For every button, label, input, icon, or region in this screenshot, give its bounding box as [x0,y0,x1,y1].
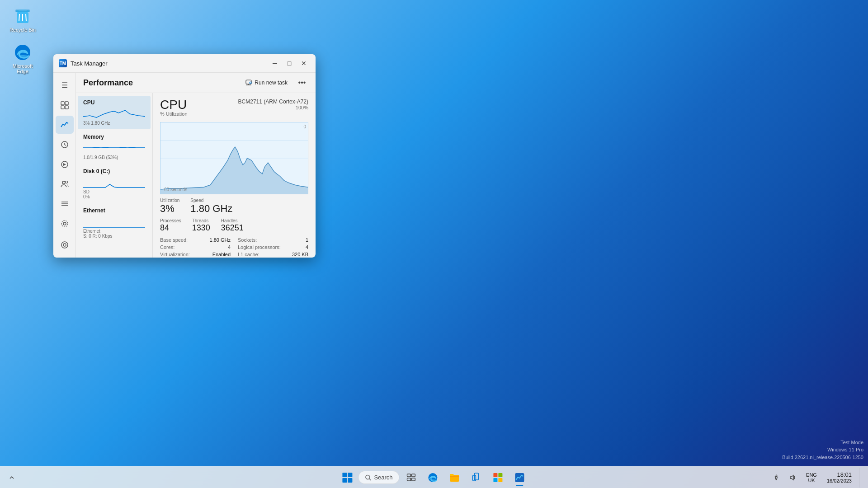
lang-line1: ENG [806,472,817,478]
task-view-button[interactable] [401,468,421,488]
ethernet-graph [83,216,145,228]
taskbar-center: Search [338,468,529,488]
svg-rect-6 [15,9,30,12]
edge-image [14,43,32,61]
taskbar-explorer-icon [449,472,460,483]
sidebar-startup-btn[interactable] [56,155,74,174]
clock-date: 16/02/2023 [827,478,852,483]
sidebar-processes-btn[interactable] [56,96,74,114]
taskbar-right: ENG UK 18:01 16/02/2023 [769,468,863,488]
ethernet-device-item[interactable]: Ethernet EthernetS: 0 R: 0 Kbps [78,204,151,242]
taskbar-edge-button[interactable] [423,468,443,488]
cores-row: Cores: 4 [160,244,231,250]
ethernet-name: Ethernet [83,207,145,214]
svg-point-20 [61,221,68,227]
disk-device-item[interactable]: Disk 0 (C:) SD0% [78,164,151,203]
memory-device-item[interactable]: Memory 1.0/1.9 GB (53%) [78,130,151,164]
settings-button[interactable] [56,236,74,254]
sidebar-performance-btn[interactable] [56,116,74,134]
run-new-task-button[interactable]: Run new task [241,78,292,88]
taskbar-explorer-button[interactable] [445,468,465,488]
search-icon [365,474,371,481]
search-button[interactable]: Search [358,471,399,484]
cpu-chart: 0 60 seconds [160,122,308,194]
processes-value: 84 [160,223,181,233]
recycle-bin-image [14,7,32,25]
detail-right: BCM2711 (ARM Cortex-A72) 100% [238,99,308,110]
maximize-button[interactable]: □ [283,58,296,69]
logical-key: Logical processors: [238,244,281,250]
hamburger-button[interactable]: ☰ [56,76,74,94]
test-mode-line1: Test Mode [782,439,863,446]
sidebar-users-btn[interactable] [56,175,74,193]
run-task-icon [245,80,252,86]
win-logo-bl [342,478,347,483]
language-indicator[interactable]: ENG UK [803,471,820,484]
edge-icon[interactable]: Microsoft Edge [5,41,41,77]
page-title: Performance [83,78,133,88]
svg-point-21 [63,244,66,246]
desktop: Recycle Bin Microsoft Edge TM Task Manag… [0,0,868,488]
page-header: Performance Run new task [76,73,316,93]
start-button[interactable] [338,469,356,487]
utilization-pct: 100% [238,105,308,110]
processes-stat: Processes 84 [160,218,181,233]
svg-line-34 [369,479,371,480]
sockets-row: Sockets: 1 [238,237,308,243]
content-area: CPU 3% 1.80 GHz Memory [76,93,316,258]
taskbar-phonelink-button[interactable] [467,468,486,488]
taskbar-store-icon [493,472,504,483]
svg-rect-37 [407,478,411,481]
sidebar: ☰ [53,73,76,258]
close-button[interactable]: ✕ [297,58,310,69]
recycle-bin-label: Recycle Bin [9,27,36,33]
base-speed-key: Base speed: [160,237,188,243]
cpu-device-item[interactable]: CPU 3% 1.80 GHz [78,96,151,129]
sidebar-services-btn[interactable] [56,215,74,233]
volume-icon[interactable] [785,468,800,488]
sidebar-details-btn[interactable] [56,195,74,213]
taskbar-store-button[interactable] [488,468,508,488]
stats-row: Utilization 3% Speed 1.80 GHz [160,198,308,215]
disk-graph [83,176,145,189]
cpu-model: BCM2711 (ARM Cortex-A72) [238,99,308,105]
sockets-key: Sockets: [238,237,257,243]
win-logo-tl [342,473,347,477]
network-icon[interactable] [769,468,783,488]
chevron-up-icon [9,475,14,480]
sidebar-history-btn[interactable] [56,136,74,154]
startup-icon [61,160,69,169]
titlebar: TM Task Manager ─ □ ✕ [53,54,316,73]
svg-line-5 [26,14,26,21]
show-desktop-button[interactable] [859,468,863,488]
minimize-button[interactable]: ─ [269,58,281,69]
cpu-label: CPU [160,99,188,111]
svg-rect-38 [412,478,415,481]
threads-stat: Threads 1330 [192,218,210,233]
device-list: CPU 3% 1.80 GHz Memory [76,93,153,258]
tm-body: ☰ [53,73,316,258]
more-options-button[interactable]: ••• [296,76,308,89]
virtualization-val: Enabled [212,252,231,257]
win-logo-br [348,478,352,483]
title-left: TM Task Manager [59,59,108,67]
speed-stat-label: Speed [190,198,232,203]
svg-point-19 [63,222,66,225]
svg-rect-11 [65,106,68,109]
svg-point-44 [474,479,475,480]
recycle-bin-icon[interactable]: Recycle Bin [5,5,41,35]
cpu-name: CPU [83,99,145,106]
l1-row: L1 cache: 320 KB [238,251,308,258]
base-speed-row: Base speed: 1.80 GHz [160,237,231,243]
search-label: Search [374,474,392,481]
taskbar-taskmanager-button[interactable] [510,468,530,488]
svg-rect-46 [499,473,503,477]
ethernet-sub: EthernetS: 0 R: 0 Kbps [83,229,145,239]
lang-line2: UK [806,478,817,483]
svg-rect-41 [450,474,454,476]
utilization-stat-label: Utilization [160,198,179,203]
tray-expand-button[interactable] [5,468,18,488]
cpu-graph [83,108,145,120]
clock[interactable]: 18:01 16/02/2023 [823,470,855,484]
edge-label: Microsoft Edge [7,63,38,74]
